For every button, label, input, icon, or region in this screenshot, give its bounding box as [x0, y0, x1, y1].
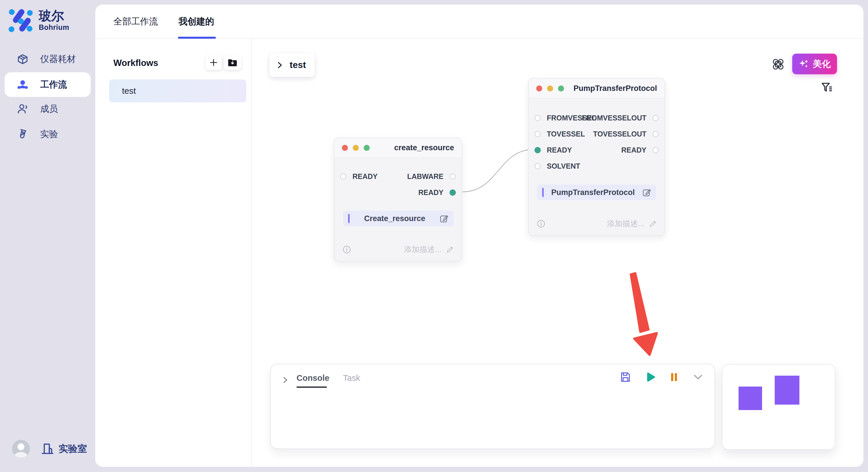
description-placeholder[interactable]: 添加描述... [607, 218, 644, 229]
minimap[interactable] [722, 364, 835, 450]
workspace-switcher[interactable]: 实验室 [41, 442, 87, 456]
edge-create-to-pump [462, 149, 534, 192]
run-icon [644, 371, 656, 383]
node-footer: 添加描述... [537, 216, 657, 231]
info-icon[interactable] [342, 245, 351, 254]
workflow-list-item[interactable]: test [109, 79, 246, 102]
node-action-pill[interactable]: Create_resource [343, 211, 454, 226]
sidebar-item-members[interactable]: 成员 [5, 97, 91, 121]
import-folder-button[interactable] [224, 55, 241, 70]
pause-button[interactable] [669, 371, 679, 383]
description-placeholder[interactable]: 添加描述... [404, 244, 441, 255]
output-port-ready: READY [418, 189, 456, 197]
port-label: READY [547, 146, 572, 154]
tab-task[interactable]: Task [343, 373, 360, 383]
run-button[interactable] [644, 371, 656, 383]
dot-yellow-icon[interactable] [547, 86, 553, 92]
collapse-button[interactable] [692, 371, 704, 383]
main-content: 全部工作流 我创建的 Workflows test test [95, 5, 863, 467]
dot-yellow-icon[interactable] [353, 145, 359, 151]
brand-name-en: Bohrium [39, 23, 69, 32]
breadcrumb-label: test [290, 60, 306, 70]
port-handle[interactable] [652, 131, 659, 137]
sidebar-item-label: 工作流 [40, 78, 67, 91]
save-icon [619, 371, 631, 383]
workflow-item-name: test [122, 86, 136, 96]
red-arrow-annotation [631, 273, 657, 355]
brand-logo[interactable]: 玻尔 Bohrium [8, 9, 69, 32]
dot-green-icon[interactable] [558, 86, 564, 92]
port-handle[interactable] [450, 189, 456, 196]
node-create-resource[interactable]: create_resource READY LABWARE READY Crea… [334, 137, 462, 262]
node-pump-transfer-protocol[interactable]: PumpTransferProtocol FROMVESSEL TOVESSEL… [528, 78, 665, 236]
port-handle[interactable] [340, 173, 346, 179]
node-action-pill[interactable]: PumpTransferProtocol [537, 185, 656, 200]
port-label: TOVESSELOUT [593, 130, 646, 138]
pause-icon [669, 371, 679, 383]
port-label: READY [621, 146, 646, 154]
console-expand-icon[interactable] [282, 375, 289, 386]
port-label: FROMVESSELOUT [582, 114, 646, 122]
beautify-button[interactable]: 美化 [792, 54, 837, 74]
workspace-label: 实验室 [59, 442, 87, 456]
user-avatar[interactable] [12, 440, 30, 458]
sidebar-item-instruments[interactable]: 仪器耗材 [5, 47, 91, 71]
building-icon [41, 442, 54, 456]
pill-label: PumpTransferProtocol [544, 188, 642, 197]
command-palette-button[interactable] [772, 58, 785, 71]
port-handle[interactable] [652, 115, 659, 121]
port-label: TOVESSEL [547, 130, 585, 138]
box-icon [17, 54, 28, 65]
port-handle[interactable] [534, 163, 541, 169]
sidebar-item-experiments[interactable]: 实验 [5, 122, 91, 146]
output-port-labware: LABWARE [407, 172, 456, 181]
save-button[interactable] [619, 371, 631, 383]
sidebar-item-label: 成员 [40, 103, 58, 115]
filter-button[interactable] [820, 81, 833, 94]
output-port-fromvesselout: FROMVESSELOUT [582, 114, 659, 122]
sidebar: 玻尔 Bohrium 仪器耗材 工作流 [0, 0, 95, 472]
tab-all-workflows[interactable]: 全部工作流 [113, 5, 158, 38]
port-label: READY [352, 172, 378, 181]
breadcrumb[interactable]: test [270, 53, 315, 77]
edit-icon[interactable] [642, 188, 651, 197]
port-label: LABWARE [407, 172, 443, 181]
node-header: create_resource [334, 138, 462, 158]
output-port-tovesselout: TOVESSELOUT [593, 130, 659, 138]
add-workflow-button[interactable] [205, 55, 222, 70]
dot-green-icon[interactable] [364, 145, 370, 151]
port-handle[interactable] [652, 147, 659, 153]
dot-red-icon[interactable] [536, 86, 542, 92]
minimap-node [739, 386, 762, 410]
console-actions [619, 371, 704, 383]
command-icon [772, 58, 785, 71]
node-header: PumpTransferProtocol [529, 78, 664, 99]
import-folder-icon [227, 58, 238, 67]
panel-divider [251, 39, 252, 467]
port-handle[interactable] [534, 131, 541, 137]
input-port-ready: READY [340, 172, 378, 181]
tab-console[interactable]: Console [297, 373, 329, 383]
beautify-label: 美化 [813, 58, 831, 70]
pencil-icon[interactable] [649, 220, 657, 228]
port-handle[interactable] [534, 115, 541, 121]
input-port-tovessel: TOVESSEL [534, 130, 585, 138]
console-tab-underline [297, 386, 327, 388]
pencil-icon[interactable] [446, 245, 454, 254]
input-port-solvent: SOLVENT [534, 162, 580, 170]
sidebar-item-workflows[interactable]: 工作流 [5, 72, 91, 97]
port-handle[interactable] [534, 147, 541, 153]
sidebar-footer: 实验室 [12, 440, 87, 458]
port-label: SOLVENT [547, 162, 580, 170]
minimap-node [775, 376, 799, 405]
edit-icon[interactable] [440, 214, 448, 223]
sparkles-icon [799, 59, 809, 69]
members-icon [17, 103, 28, 114]
sidebar-item-label: 实验 [40, 128, 58, 140]
workflows-panel-title: Workflows [113, 58, 158, 68]
tab-my-created[interactable]: 我创建的 [179, 5, 214, 38]
info-icon[interactable] [537, 220, 546, 228]
pill-label: Create_resource [350, 214, 440, 223]
port-handle[interactable] [450, 173, 456, 179]
dot-red-icon[interactable] [342, 145, 348, 151]
